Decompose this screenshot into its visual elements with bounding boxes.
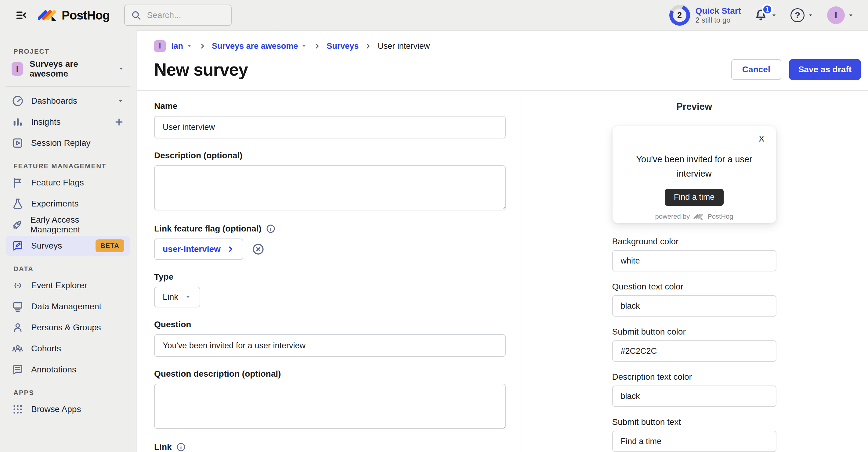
- sidebar-item-label: Event Explorer: [31, 281, 87, 290]
- submit-button-text-label: Submit button text: [612, 417, 776, 427]
- chevron-down-icon: [118, 65, 124, 73]
- sidebar-divider: [6, 86, 130, 87]
- preview-question-text: You've been invited for a user interview: [623, 152, 766, 181]
- submit-button-color-input[interactable]: [612, 341, 776, 362]
- chevron-down-icon: [184, 293, 192, 301]
- notifications-button[interactable]: 1: [754, 8, 778, 22]
- info-icon[interactable]: [266, 224, 276, 234]
- question-description-textarea[interactable]: [154, 384, 506, 429]
- description-label: Description (optional): [154, 151, 506, 160]
- breadcrumb: I Ian Surveys are awesome Surveys User i…: [154, 40, 861, 52]
- powered-by-brand: PostHog: [708, 213, 733, 221]
- notifications-badge: 1: [762, 4, 773, 15]
- question-text-color-input[interactable]: [612, 295, 776, 317]
- sidebar-item-event-explorer[interactable]: Event Explorer: [6, 276, 130, 295]
- breadcrumb-item-ian[interactable]: Ian: [171, 41, 193, 51]
- sidebar-item-annotations[interactable]: Annotations: [6, 360, 130, 380]
- breadcrumb-project-avatar: I: [154, 40, 166, 52]
- monitor-icon: [11, 300, 24, 313]
- breadcrumb-item-current: User interview: [377, 41, 430, 51]
- chevron-down-icon: [186, 42, 193, 50]
- quick-start-title: Quick Start: [695, 6, 741, 16]
- user-avatar: I: [827, 6, 845, 24]
- cancel-button[interactable]: Cancel: [731, 59, 781, 80]
- sidebar-item-insights[interactable]: Insights: [6, 112, 130, 132]
- description-textarea[interactable]: [154, 165, 506, 211]
- sidebar-item-label: Experiments: [31, 199, 79, 208]
- sidebar-item-label: Surveys: [31, 241, 62, 251]
- submit-button-color-label: Submit button color: [612, 327, 776, 337]
- feature-flag-value: user-interview: [163, 244, 221, 254]
- sidebar-section-feature-management: FEATURE MANAGEMENT: [13, 162, 136, 170]
- quick-start-count: 2: [673, 8, 686, 22]
- powered-by-text: powered by: [655, 213, 690, 221]
- quick-start-subtitle: 2 still to go: [695, 16, 741, 24]
- sidebar-item-label: Insights: [31, 117, 61, 127]
- sidebar-item-experiments[interactable]: Experiments: [6, 194, 130, 214]
- sidebar-item-persons-groups[interactable]: Persons & Groups: [6, 318, 130, 337]
- find-a-time-button[interactable]: Find a time: [665, 189, 724, 206]
- chevron-down-icon: [117, 97, 124, 105]
- play-square-icon: [11, 137, 24, 149]
- people-group-icon: [11, 343, 24, 355]
- breadcrumb-item-project[interactable]: Surveys are awesome: [212, 41, 308, 51]
- chevron-right-icon: [364, 42, 372, 50]
- posthog-logo-text: PostHog: [62, 8, 110, 22]
- survey-chat-icon: [11, 240, 24, 252]
- chevron-down-icon: [807, 11, 814, 19]
- plus-icon[interactable]: [114, 117, 124, 127]
- top-bar: PostHog 2 Quick Start 2 still to go 1 ?: [0, 0, 868, 31]
- global-search[interactable]: [124, 5, 231, 26]
- person-icon: [11, 321, 24, 334]
- submit-button-text-input[interactable]: [612, 431, 776, 452]
- sidebar-item-feature-flags[interactable]: Feature Flags: [6, 173, 130, 193]
- topbar-right-cluster: 2 Quick Start 2 still to go 1 ? I: [669, 5, 855, 26]
- breadcrumb-item-surveys[interactable]: Surveys: [327, 41, 359, 51]
- chevron-down-icon: [847, 11, 855, 19]
- survey-preview-card: X You've been invited for a user intervi…: [612, 126, 776, 223]
- posthog-logo[interactable]: PostHog: [38, 7, 110, 23]
- main-content: I Ian Surveys are awesome Surveys User i…: [137, 31, 868, 452]
- background-color-input[interactable]: [612, 250, 776, 271]
- quick-start-widget[interactable]: 2 Quick Start 2 still to go: [669, 5, 741, 26]
- sidebar-section-data: DATA: [13, 265, 136, 273]
- sidebar-section-apps: APPS: [13, 389, 136, 397]
- sidebar-collapse-button[interactable]: [14, 8, 29, 23]
- sidebar-item-data-management[interactable]: Data Management: [6, 296, 130, 317]
- collapse-sidebar-icon: [15, 9, 28, 21]
- sidebar-item-browse-apps[interactable]: Browse Apps: [6, 399, 130, 419]
- help-menu-button[interactable]: ?: [790, 8, 814, 22]
- clear-flag-icon[interactable]: [252, 243, 265, 256]
- account-menu-button[interactable]: I: [827, 6, 855, 24]
- name-input[interactable]: [154, 116, 506, 138]
- save-as-draft-button[interactable]: Save as draft: [789, 59, 861, 80]
- info-icon[interactable]: [176, 442, 186, 452]
- question-input[interactable]: [154, 334, 506, 357]
- question-label: Question: [154, 320, 506, 329]
- chevron-down-icon: [300, 42, 308, 50]
- help-icon: ?: [790, 8, 805, 22]
- type-dropdown[interactable]: Link: [154, 287, 200, 308]
- feature-flag-button[interactable]: user-interview: [154, 238, 243, 260]
- sidebar-item-session-replay[interactable]: Session Replay: [6, 133, 130, 153]
- project-selector[interactable]: I Surveys are awesome: [6, 58, 130, 80]
- sidebar-item-label: Dashboards: [31, 96, 77, 106]
- preview-appearance-fields: Background color Question text color Sub…: [612, 223, 776, 452]
- gauge-icon: [11, 95, 24, 107]
- description-text-color-label: Description text color: [612, 372, 776, 382]
- message-lines-icon: [11, 363, 24, 376]
- search-input[interactable]: [146, 10, 222, 21]
- description-text-color-input[interactable]: [612, 386, 776, 407]
- sidebar-item-cohorts[interactable]: Cohorts: [6, 338, 130, 359]
- preview-panel: Preview X You've been invited for a user…: [520, 91, 868, 452]
- sidebar-item-label: Annotations: [31, 365, 76, 375]
- flask-icon: [11, 198, 24, 210]
- sidebar-item-dashboards[interactable]: Dashboards: [6, 91, 130, 111]
- flag-icon: [11, 176, 24, 189]
- sidebar-item-early-access-management[interactable]: Early Access Management: [6, 215, 130, 235]
- sidebar-item-surveys[interactable]: Surveys BETA: [6, 236, 130, 256]
- close-icon[interactable]: X: [759, 134, 765, 144]
- question-description-label: Question description (optional): [154, 369, 506, 379]
- type-value: Link: [163, 292, 178, 302]
- type-label: Type: [154, 272, 506, 282]
